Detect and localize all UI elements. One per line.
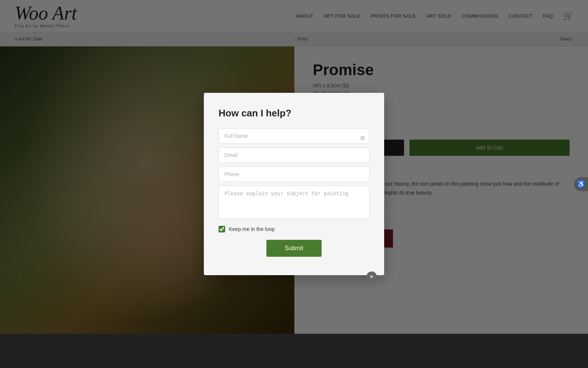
modal-title: How can I help? — [219, 108, 369, 119]
accessibility-icon: ♿ — [577, 180, 585, 188]
submit-button[interactable]: Submit — [266, 240, 322, 257]
modal-close-button[interactable]: ✕ — [366, 271, 377, 282]
subject-textarea[interactable] — [219, 186, 369, 219]
phone-input[interactable] — [219, 167, 369, 182]
full-name-input[interactable] — [219, 128, 369, 144]
contact-card-icon: ⊞ — [360, 134, 365, 141]
accessibility-widget[interactable]: ♿ — [574, 177, 588, 191]
keep-loop-label: Keep me in the loop — [229, 226, 275, 232]
email-input[interactable] — [219, 147, 369, 163]
keep-loop-row: Keep me in the loop — [219, 226, 369, 232]
modal-dialog: How can I help? ⊞ Keep me in the loop Su… — [204, 93, 384, 275]
close-icon: ✕ — [369, 274, 374, 280]
keep-loop-checkbox[interactable] — [219, 226, 225, 232]
modal-overlay: How can I help? ⊞ Keep me in the loop Su… — [0, 0, 588, 368]
full-name-row: ⊞ — [219, 128, 369, 147]
